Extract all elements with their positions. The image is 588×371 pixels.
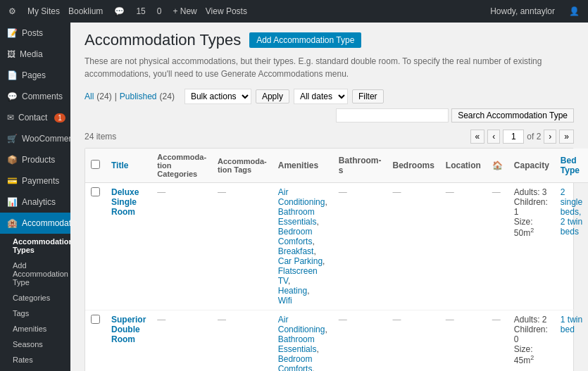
- search-input[interactable]: [336, 108, 449, 122]
- th-bed-type: Bed Type: [555, 149, 588, 183]
- accommodation-types-table: Title Accommoda­tion Categories Accommod…: [85, 149, 588, 371]
- pages-icon: 📄: [7, 70, 18, 80]
- filter-published-link[interactable]: Published: [120, 92, 157, 101]
- media-label: Media: [20, 49, 43, 59]
- sidebar-item-products[interactable]: 📦 Products: [0, 149, 70, 170]
- table-row: Superior Double Room——Air Conditioning,B…: [85, 310, 588, 372]
- sidebar-item-media[interactable]: 🖼 Media: [0, 44, 70, 65]
- products-icon: 📦: [7, 155, 18, 165]
- th-bathrooms: Bathroom­s: [333, 149, 387, 183]
- next-page-button[interactable]: ›: [544, 130, 556, 144]
- pages-label: Pages: [22, 70, 46, 80]
- booklium-link[interactable]: Booklium: [68, 6, 103, 16]
- th-categories: Accommoda­tion Categories: [151, 149, 212, 183]
- row-capacity-0: Adults: 3Children: 1Size: 50m2: [508, 183, 555, 310]
- posts-icon: 📝: [7, 28, 18, 38]
- th-amenities: Amenities: [273, 149, 333, 183]
- comments-count[interactable]: 15: [136, 6, 145, 16]
- table-row: Deluxe Single Room——Air Conditioning,Bat…: [85, 183, 588, 310]
- row-title-link-0[interactable]: Deluxe Single Room: [111, 187, 139, 217]
- analytics-icon: 📊: [7, 197, 18, 207]
- filter-button[interactable]: Filter: [352, 89, 384, 103]
- row-bedrooms-1: —: [387, 310, 439, 372]
- filter-all-link[interactable]: All: [85, 92, 94, 101]
- woo-icon: 🛒: [7, 134, 18, 144]
- th-bedrooms: Bedrooms: [387, 149, 439, 183]
- title-sort-link[interactable]: Title: [111, 161, 128, 170]
- sidebar-item-woocommerce[interactable]: 🛒 WooCommerce: [0, 128, 70, 149]
- bed-type-link-0[interactable]: 2 single beds, 2 twin beds: [561, 187, 582, 237]
- admin-bar: ⚙ My Sites Booklium 💬 15 0 + New View Po…: [0, 0, 588, 23]
- add-accommodation-type-button[interactable]: Add Accommodation Type: [249, 32, 361, 48]
- page-input[interactable]: [503, 130, 524, 144]
- sidebar-sub-services[interactable]: Services: [0, 367, 70, 371]
- row-thumb-0: —: [487, 183, 508, 310]
- page-title: Accommodation Types: [85, 31, 241, 49]
- sidebar-sub-seasons[interactable]: Seasons: [0, 337, 70, 352]
- row-bed-type-0: 2 single beds, 2 twin beds: [555, 183, 588, 310]
- search-accommodation-type-button[interactable]: Search Accommodation Type: [451, 108, 574, 122]
- search-area: Search Accommodation Type: [336, 108, 574, 122]
- sidebar-item-contact[interactable]: ✉ Contact 1: [0, 107, 70, 128]
- sidebar-item-posts[interactable]: 📝 Posts: [0, 23, 70, 44]
- th-capacity: Capacity: [508, 149, 555, 183]
- sidebar-sub-amenities[interactable]: Amenities: [0, 321, 70, 337]
- sidebar-sub-rates[interactable]: Rates: [0, 352, 70, 367]
- bed-type-sort-link[interactable]: Bed Type: [561, 156, 580, 175]
- page-description: These are not physical accommodations, b…: [85, 55, 574, 80]
- row-tags-1: —: [212, 310, 273, 372]
- row-bed-type-1: 1 twin bed: [555, 310, 588, 372]
- my-sites-link[interactable]: My Sites: [27, 6, 60, 16]
- table-wrap: Title Accommoda­tion Categories Accommod…: [85, 148, 574, 371]
- contact-label: Contact: [18, 113, 47, 122]
- row-bathrooms-0: —: [333, 183, 387, 310]
- row-tags-0: —: [212, 183, 273, 310]
- contact-badge: 1: [54, 113, 65, 122]
- bulk-actions-select[interactable]: Bulk actions: [184, 89, 251, 104]
- new-link[interactable]: + New: [173, 6, 196, 16]
- filter-links: All (24) | Published (24): [85, 92, 175, 101]
- row-location-1: —: [440, 310, 487, 372]
- filter-published-count: (24): [160, 92, 175, 101]
- media-icon: 🖼: [7, 49, 15, 59]
- row-amenities-1: Air Conditioning,Bathroom Essentials,Bed…: [273, 310, 333, 372]
- row-bathrooms-1: —: [333, 310, 387, 372]
- apply-button[interactable]: Apply: [256, 89, 289, 103]
- comments-label: Comments: [22, 92, 63, 101]
- row-categories-1: —: [151, 310, 212, 372]
- items-count: 24 items: [85, 132, 116, 142]
- row-amenities-0: Air Conditioning,Bathroom Essentials,Bed…: [273, 183, 333, 310]
- comments-badge: 0: [154, 6, 165, 16]
- dates-select[interactable]: All dates: [294, 89, 348, 104]
- sidebar-item-payments[interactable]: 💳 Payments: [0, 170, 70, 191]
- sidebar-item-comments[interactable]: 💬 Comments: [0, 86, 70, 107]
- sidebar-item-pages[interactable]: 📄 Pages: [0, 65, 70, 86]
- row-checkbox-1[interactable]: [91, 315, 100, 324]
- row-checkbox-0[interactable]: [91, 187, 100, 196]
- view-posts-link[interactable]: View Posts: [206, 6, 247, 16]
- woo-label: WooCommerce: [22, 134, 70, 144]
- sidebar-sub-categories[interactable]: Categories: [0, 290, 70, 306]
- sidebar-item-analytics[interactable]: 📊 Analytics: [0, 191, 70, 213]
- row-thumb-1: —: [487, 310, 508, 372]
- comments-icon: 💬: [111, 6, 127, 16]
- bed-type-link-1[interactable]: 1 twin bed: [561, 315, 582, 334]
- th-thumb: 🏠: [487, 149, 508, 183]
- last-page-button[interactable]: »: [559, 130, 574, 144]
- row-bedrooms-0: —: [387, 183, 439, 310]
- sidebar-sub-add-type[interactable]: Add Accommodation Type: [0, 258, 70, 290]
- sidebar-sub-tags[interactable]: Tags: [0, 306, 70, 321]
- contact-icon: ✉: [7, 113, 14, 122]
- wp-icon: ⚙: [6, 6, 19, 16]
- th-tags: Accommoda­tion Tags: [212, 149, 273, 183]
- row-location-0: —: [440, 183, 487, 310]
- sidebar-sub-accommodation-types[interactable]: Accommodation Types: [0, 234, 70, 258]
- howdy-text: Howdy, anntaylor: [487, 6, 558, 16]
- select-all-checkbox[interactable]: [91, 160, 100, 169]
- sidebar-item-accommodation[interactable]: 🏨 Accommodation: [0, 213, 70, 234]
- comments-icon2: 💬: [7, 92, 18, 101]
- prev-page-button[interactable]: ‹: [487, 130, 500, 144]
- row-title-link-1[interactable]: Superior Double Room: [111, 315, 146, 344]
- first-page-button[interactable]: «: [470, 130, 485, 144]
- total-pages: of 2: [527, 132, 541, 142]
